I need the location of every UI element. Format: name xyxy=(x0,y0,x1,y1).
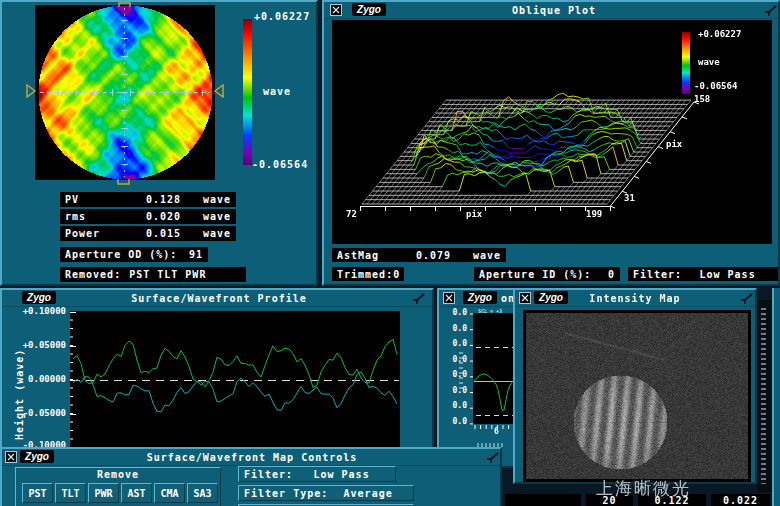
watermark: 上海晰微光 xyxy=(596,477,691,500)
result-pv-unit: wave xyxy=(181,194,231,205)
slice-marker-right[interactable] xyxy=(214,84,224,98)
oblique-x-label: pix xyxy=(466,208,482,220)
map-colorbar-min: -0.06564 xyxy=(252,159,308,171)
remove-sa3-button[interactable]: SA3 xyxy=(187,483,218,503)
controller-wrench-icon[interactable] xyxy=(486,450,500,464)
controller-wrench-icon[interactable] xyxy=(740,291,754,305)
controller-wrench-icon[interactable] xyxy=(412,291,426,305)
result-rms-value: 0.020 xyxy=(125,211,181,222)
background-result-cell-empty xyxy=(505,494,581,506)
zygo-logo: Zygo xyxy=(463,291,497,304)
window-title: Surface/Wavefront Map Controls xyxy=(42,452,462,464)
aperture-id-label: Aperture ID (%): xyxy=(479,269,591,280)
result-pv-label: PV xyxy=(65,194,125,205)
slice-marker-top[interactable] xyxy=(118,2,132,8)
aperture-id-value: 0 xyxy=(608,269,615,280)
remove-cma-button[interactable]: CMA xyxy=(154,483,185,503)
astmag-unit: wave xyxy=(451,250,501,261)
result-power-value: 0.015 xyxy=(125,228,181,239)
result-pv: PV 0.128 wave xyxy=(60,192,236,207)
astmag-value: 0.079 xyxy=(399,250,451,261)
control-chart-y-tick-label: 0.0 xyxy=(446,338,467,350)
profile-plot-canvas xyxy=(70,311,400,458)
filter-control[interactable]: Filter: Low Pass xyxy=(628,267,778,281)
filter-label: Filter: xyxy=(633,269,682,280)
filter-type-label: Filter Type: xyxy=(244,488,328,499)
map-controls-window: Zygo Surface/Wavefront Map Controls Remo… xyxy=(0,447,502,506)
removed-terms: Removed: PST TLT PWR xyxy=(60,267,246,282)
result-rms-label: rms xyxy=(65,211,125,222)
intensity-image xyxy=(526,313,748,479)
result-pv-value: 0.128 xyxy=(125,194,181,205)
remove-pst-button[interactable]: PST xyxy=(22,483,53,503)
result-power-label: Power xyxy=(65,228,125,239)
filter-value: Low Pass xyxy=(682,269,773,280)
result-power-unit: wave xyxy=(181,228,231,239)
window-title: Surface/Wavefront Profile xyxy=(62,293,376,305)
trimmed-control[interactable]: Trimmed: 0 xyxy=(332,267,404,281)
control-chart-y-tick-label: 0.0 xyxy=(446,385,467,397)
filter-type-value: Average xyxy=(328,488,408,499)
oblique-depth-label: pix xyxy=(666,138,682,150)
result-power: Power 0.015 wave xyxy=(60,226,236,241)
window-menu-button[interactable] xyxy=(5,451,17,463)
removed-value: PST TLT PWR xyxy=(129,269,206,280)
trimmed-value: 0 xyxy=(393,269,400,280)
result-rms-unit: wave xyxy=(181,211,231,222)
clipped-right-window xyxy=(757,300,772,492)
background-result-cell: 0.022 xyxy=(711,494,770,506)
controller-wrench-icon[interactable] xyxy=(764,3,778,17)
control-chart-x-tick: 6 xyxy=(494,426,499,438)
oblique-colorbar-max: +0.06227 xyxy=(698,28,741,40)
zygo-logo: Zygo xyxy=(22,291,56,304)
window-title: Intensity Map xyxy=(555,293,715,305)
profile-window: Zygo Surface/Wavefront Profile +0.10000+… xyxy=(0,288,434,456)
window-menu-button[interactable] xyxy=(443,292,455,304)
filter-type-setting[interactable]: Filter Type: Average xyxy=(238,485,414,501)
oblique-depth-min: 31 xyxy=(624,192,635,204)
metropro-desktop: { "brand": "Zygo", "map_window": { "colo… xyxy=(0,0,780,506)
map-colorbar-unit: wave xyxy=(263,86,291,98)
oblique-colorbar-unit: wave xyxy=(698,56,720,68)
aperture-id-control[interactable]: Aperture ID (%): 0 xyxy=(474,267,620,281)
remove-ast-button[interactable]: AST xyxy=(121,483,152,503)
remove-pwr-button[interactable]: PWR xyxy=(88,483,119,503)
slice-marker-bottom[interactable] xyxy=(117,178,131,185)
filter-setting[interactable]: Filter: Low Pass xyxy=(238,466,396,482)
profile-y-axis-label: Height (wave) xyxy=(14,325,25,440)
surface-map-plot xyxy=(35,5,215,180)
map-colorbar xyxy=(243,19,252,165)
clipped-right-text xyxy=(761,308,766,484)
intensity-map-window: Zygo Intensity Map xyxy=(513,288,757,484)
oblique-x-min: 72 xyxy=(346,208,357,220)
surface-map-window: +0.06227 wave -0.06564 PV 0.128 wave rms… xyxy=(0,0,318,286)
oblique-depth-max: 158 xyxy=(694,93,710,105)
profile-y-tick-label: +0.10000 xyxy=(10,305,66,317)
astmag-label: AstMag xyxy=(337,250,399,261)
filter-setting-label: Filter: xyxy=(244,469,293,480)
oblique-plot-window: Zygo Oblique Plot 72 pix 199 31 pix 158 … xyxy=(322,0,780,286)
result-rms: rms 0.020 wave xyxy=(60,209,236,224)
control-chart-y-tick-label: 0.0 xyxy=(446,416,467,428)
removed-label: Removed: xyxy=(65,269,121,280)
control-chart-y-tick-label: 0.0 xyxy=(446,400,467,412)
oblique-colorbar xyxy=(682,32,690,94)
aperture-od-label: Aperture OD (%): xyxy=(65,249,177,260)
control-chart-y-tick-label: 0.0 xyxy=(446,307,467,319)
oblique-colorbar-min: -0.06564 xyxy=(694,80,737,92)
remove-tlt-button[interactable]: TLT xyxy=(55,483,86,503)
slice-marker-left[interactable] xyxy=(26,84,36,98)
aperture-od-control[interactable]: Aperture OD (%): 91 xyxy=(60,247,208,262)
oblique-x-max: 199 xyxy=(586,208,602,220)
control-chart-y-tick-label: 0.0 xyxy=(446,354,467,366)
window-title: Oblique Plot xyxy=(332,5,776,17)
control-chart-y-tick-label: 0.0 xyxy=(446,323,467,335)
window-menu-button[interactable] xyxy=(519,292,531,304)
control-chart-y-tick-label: 0.0 xyxy=(446,369,467,381)
result-astmag: AstMag 0.079 wave xyxy=(332,248,506,262)
aperture-od-value: 91 xyxy=(189,249,203,260)
remove-group-label: Remove xyxy=(15,469,221,481)
filter-setting-value: Low Pass xyxy=(293,469,390,480)
control-chart-y-label xyxy=(459,352,463,390)
control-chart-canvas xyxy=(470,313,517,434)
